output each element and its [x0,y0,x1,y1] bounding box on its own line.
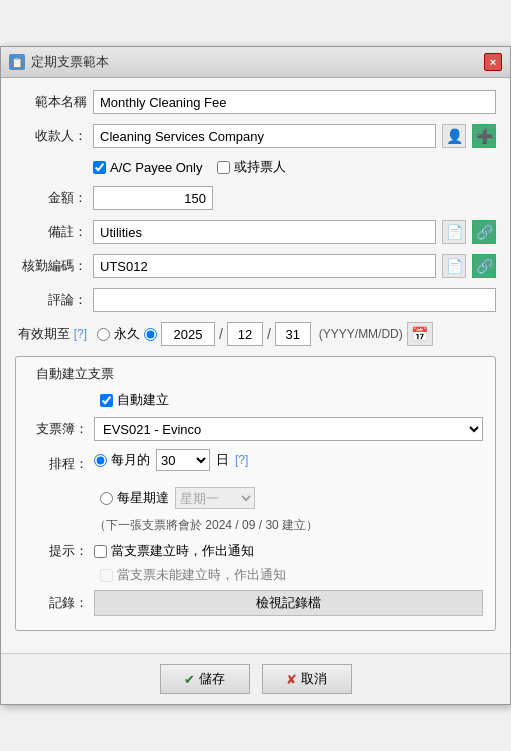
expiry-row: 有效期至 [?] 永久 / / (YYYY/MM/DD) 📅 [15,322,496,346]
ac-payee-checkbox[interactable] [93,161,106,174]
forever-radio[interactable] [97,328,110,341]
save-icon: ✔ [184,672,195,687]
checkbook-label: 支票簿： [28,420,88,438]
record-row: 記錄： 檢視記錄檔 [28,590,483,616]
comment-label: 評論： [15,291,87,309]
weekly-schedule-row: 每星期達 星期一 [28,487,483,509]
monthly-label: 每月的 [111,451,150,469]
auto-create-row: 自動建立 [28,391,483,409]
date-sep-1: / [219,326,223,342]
bearer-checkbox[interactable] [217,161,230,174]
day-suffix: 日 [216,451,229,469]
save-button[interactable]: ✔ 儲存 [160,664,250,694]
cancel-label: 取消 [301,670,327,688]
notify-create-checkbox[interactable] [94,545,107,558]
ac-payee-checkbox-label[interactable]: A/C Payee Only [93,160,203,175]
notify-create-row: 提示： 當支票建立時，作出通知 [28,542,483,560]
reference-input[interactable] [93,254,436,278]
month-input[interactable] [227,322,263,346]
bearer-label: 或持票人 [234,158,286,176]
weekly-radio[interactable] [100,492,113,505]
template-name-label: 範本名稱 [15,93,87,111]
forever-radio-label[interactable]: 永久 [97,325,140,343]
memo-label: 備註： [15,223,87,241]
date-radio[interactable] [144,328,157,341]
reference-copy-icon[interactable]: 📄 [442,254,466,278]
bottom-bar: ✔ 儲存 ✘ 取消 [1,653,510,704]
expiry-label: 有效期至 [?] [15,325,87,343]
window-icon: 📋 [9,54,25,70]
date-sep-2: / [267,326,271,342]
date-radio-label[interactable] [144,328,157,341]
notify-fail-label: 當支票未能建立時，作出通知 [117,566,286,584]
main-window: 📋 定期支票範本 × 範本名稱 收款人： 👤 ➕ A/C Payee Only [0,46,511,705]
day-input[interactable] [275,322,311,346]
payee-label: 收款人： [15,127,87,145]
notify-fail-row: 當支票未能建立時，作出通知 [28,566,483,584]
monthly-radio-label[interactable]: 每月的 [94,451,150,469]
template-name-row: 範本名稱 [15,90,496,114]
cancel-button[interactable]: ✘ 取消 [262,664,352,694]
calendar-button[interactable]: 📅 [407,322,433,346]
hint-label: 提示： [28,542,88,560]
comment-row: 評論： [15,288,496,312]
template-name-input[interactable] [93,90,496,114]
title-bar-left: 📋 定期支票範本 [9,53,109,71]
auto-create-checkbox[interactable] [100,394,113,407]
payee-input[interactable] [93,124,436,148]
reference-green-icon[interactable]: 🔗 [472,254,496,278]
reference-label: 核勤編碼： [15,257,87,275]
amount-label: 金額： [15,189,87,207]
weekday-select[interactable]: 星期一 [175,487,255,509]
record-button[interactable]: 檢視記錄檔 [94,590,483,616]
weekly-radio-label[interactable]: 每星期達 [100,489,169,507]
ac-payee-label: A/C Payee Only [110,160,203,175]
reference-row: 核勤編碼： 📄 🔗 [15,254,496,278]
expiry-help-icon[interactable]: [?] [74,327,87,341]
auto-create-checkbox-label[interactable]: 自動建立 [100,391,169,409]
year-input[interactable] [161,322,215,346]
notify-fail-checkbox[interactable] [100,569,113,582]
monthly-schedule-row: 每月的 30 日 [?] [94,449,248,471]
record-label: 記錄： [28,594,88,612]
auto-section: 自動建立支票 自動建立 支票簿： EVS021 - Evinco 排程： [15,356,496,631]
amount-input[interactable] [93,186,213,210]
title-bar: 📋 定期支票範本 × [1,47,510,78]
notify-fail-checkbox-label[interactable]: 當支票未能建立時，作出通知 [100,566,286,584]
payee-add-icon[interactable]: ➕ [472,124,496,148]
payee-options-row: A/C Payee Only 或持票人 [93,158,496,176]
auto-create-label: 自動建立 [117,391,169,409]
next-notice: （下一張支票將會於 2024 / 09 / 30 建立） [94,517,483,534]
cancel-icon: ✘ [286,672,297,687]
payee-person-icon[interactable]: 👤 [442,124,466,148]
memo-green-icon[interactable]: 🔗 [472,220,496,244]
comment-input[interactable] [93,288,496,312]
window-title: 定期支票範本 [31,53,109,71]
checkbook-row: 支票簿： EVS021 - Evinco [28,417,483,441]
date-format-hint: (YYYY/MM/DD) [319,327,403,341]
amount-row: 金額： [15,186,496,210]
section-title: 自動建立支票 [36,365,483,383]
notify-create-label: 當支票建立時，作出通知 [111,542,254,560]
forever-label: 永久 [114,325,140,343]
bearer-checkbox-label[interactable]: 或持票人 [217,158,286,176]
checkbook-select[interactable]: EVS021 - Evinco [94,417,483,441]
monthly-radio[interactable] [94,454,107,467]
day-select[interactable]: 30 [156,449,210,471]
weekly-label: 每星期達 [117,489,169,507]
form-content: 範本名稱 收款人： 👤 ➕ A/C Payee Only 或持票人 金額： [1,78,510,653]
schedule-help-icon[interactable]: [?] [235,453,248,467]
notify-create-checkbox-label[interactable]: 當支票建立時，作出通知 [94,542,254,560]
memo-copy-icon[interactable]: 📄 [442,220,466,244]
payee-row: 收款人： 👤 ➕ [15,124,496,148]
memo-row: 備註： 📄 🔗 [15,220,496,244]
schedule-label: 排程： [28,455,88,473]
close-button[interactable]: × [484,53,502,71]
schedule-label-row: 排程： 每月的 30 日 [?] [28,449,483,479]
memo-input[interactable] [93,220,436,244]
save-label: 儲存 [199,670,225,688]
